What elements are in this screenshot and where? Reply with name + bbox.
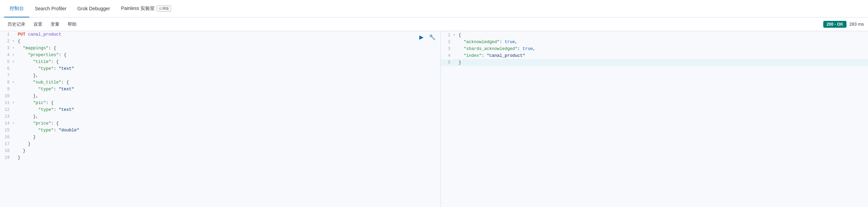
right-editor-panel: 1▾{2 "acknowledged": true,3 "shards_ackn…	[441, 31, 868, 207]
wrench-button[interactable]: 🔧	[428, 33, 437, 41]
line-number: 9	[0, 86, 12, 93]
line-number: 19	[0, 154, 12, 161]
code-content: }	[17, 141, 440, 147]
code-line: 19 }	[0, 154, 440, 161]
code-line: 4▾ "properties": {	[0, 52, 440, 59]
code-content: {	[17, 38, 440, 45]
line-number: 4	[0, 52, 12, 59]
run-button[interactable]: ▶	[418, 33, 425, 41]
line-number: 15	[0, 127, 12, 134]
right-code-editor: 1▾{2 "acknowledged": true,3 "shards_ackn…	[441, 31, 868, 207]
code-line: 3▾ "mappings": {	[0, 45, 440, 52]
editor-toolbar: ▶ 🔧	[418, 33, 437, 41]
code-line: 1 PUT canal_product	[0, 31, 440, 38]
nav-item-search-profiler[interactable]: Search Profiler	[29, 0, 72, 17]
code-line: 11▾ "pic": {	[0, 100, 440, 106]
code-line: 16 }	[0, 134, 440, 141]
code-content: "type": "double"	[17, 127, 440, 134]
code-line: 10 },	[0, 93, 440, 100]
line-number: 13	[0, 113, 12, 120]
fold-icon[interactable]: ▾	[12, 38, 17, 45]
fold-icon[interactable]: ▾	[12, 100, 17, 106]
code-line: 4 "index": "canal_product"	[441, 52, 868, 59]
status-time: 283 ms	[849, 22, 864, 27]
sub-nav-variables[interactable]: 变量	[47, 20, 63, 29]
line-number: 10	[0, 93, 12, 100]
line-number: 4	[441, 52, 453, 59]
code-content: "type": "text"	[17, 65, 440, 72]
nav-item-grok-debugger[interactable]: Grok Debugger	[72, 0, 116, 17]
code-line: 6 "type": "text"	[0, 65, 440, 72]
code-content: }	[458, 59, 868, 66]
code-line: 5▾ "title": {	[0, 59, 440, 65]
line-number: 14	[0, 120, 12, 127]
line-number: 18	[0, 147, 12, 154]
code-content: "pic": {	[17, 100, 440, 106]
code-content: "index": "canal_product"	[458, 52, 868, 59]
fold-icon[interactable]: ▾	[12, 79, 17, 86]
code-content: {	[458, 32, 868, 39]
status-ok-badge: 200 - OK	[823, 21, 847, 28]
line-number: 3	[0, 45, 12, 52]
line-number: 5	[441, 59, 453, 66]
sub-navigation: 历史记录 设置 变量 帮助 200 - OK 283 ms	[0, 17, 868, 31]
fold-icon[interactable]: ▾	[453, 32, 458, 39]
line-number: 2	[0, 38, 12, 45]
code-content: "type": "text"	[17, 106, 440, 113]
code-content: "type": "text"	[17, 86, 440, 93]
code-content: }	[17, 147, 440, 154]
code-content: },	[17, 72, 440, 79]
code-content: "title": {	[17, 59, 440, 65]
line-number: 8	[0, 79, 12, 86]
code-content: "properties": {	[17, 52, 440, 59]
line-number: 11	[0, 100, 12, 106]
sub-nav-help[interactable]: 帮助	[64, 20, 80, 29]
code-line: 17 }	[0, 141, 440, 147]
code-content: "sub_title": {	[17, 79, 440, 86]
sub-nav-settings[interactable]: 设置	[30, 20, 46, 29]
fold-icon[interactable]: ▾	[12, 45, 17, 52]
code-line: 1▾{	[441, 32, 868, 39]
code-content: },	[17, 93, 440, 100]
code-content: PUT canal_product	[17, 31, 440, 38]
code-content: "shards_acknowledged": true,	[458, 46, 868, 52]
fold-icon[interactable]: ▾	[12, 59, 17, 65]
line-number: 7	[0, 72, 12, 79]
line-number: 5	[0, 59, 12, 65]
code-line: 8▾ "sub_title": {	[0, 79, 440, 86]
line-number: 2	[441, 39, 453, 46]
code-line: 13 },	[0, 113, 440, 120]
sub-nav-history[interactable]: 历史记录	[4, 20, 29, 29]
fold-icon[interactable]: ▾	[12, 52, 17, 59]
editor-area: ▶ 🔧 1 PUT canal_product2▾{3▾ "mappings":…	[0, 31, 868, 207]
code-line: 9 "type": "text"	[0, 86, 440, 93]
code-line: 12 "type": "text"	[0, 106, 440, 113]
code-content: "mappings": {	[17, 45, 440, 52]
code-content: }	[17, 134, 440, 141]
line-number: 1	[441, 32, 453, 39]
code-content: }	[17, 154, 440, 161]
code-line: 3 "shards_acknowledged": true,	[441, 46, 868, 52]
code-line: 2 "acknowledged": true,	[441, 39, 868, 46]
line-number: 17	[0, 141, 12, 147]
status-area: 200 - OK 283 ms	[823, 21, 864, 28]
sub-nav-left: 历史记录 设置 变量 帮助	[4, 20, 80, 29]
line-number: 12	[0, 106, 12, 113]
code-line: 5 }	[441, 59, 868, 66]
code-line: 18 }	[0, 147, 440, 154]
line-number: 6	[0, 65, 12, 72]
code-content: "price": {	[17, 120, 440, 127]
nav-item-painless-lab[interactable]: Painless 实验室 公测版	[115, 0, 177, 17]
top-navigation: 控制台 Search Profiler Grok Debugger Painle…	[0, 0, 868, 17]
code-line: 7 },	[0, 72, 440, 79]
code-line: 14▾ "price": {	[0, 120, 440, 127]
left-editor-panel: ▶ 🔧 1 PUT canal_product2▾{3▾ "mappings":…	[0, 31, 441, 207]
fold-icon[interactable]: ▾	[12, 120, 17, 127]
line-number: 3	[441, 46, 453, 52]
code-content: },	[17, 113, 440, 120]
line-number: 16	[0, 134, 12, 141]
nav-item-console[interactable]: 控制台	[4, 0, 29, 17]
line-number: 1	[0, 31, 12, 38]
left-code-editor[interactable]: 1 PUT canal_product2▾{3▾ "mappings": {4▾…	[0, 31, 440, 207]
code-line: 15 "type": "double"	[0, 127, 440, 134]
